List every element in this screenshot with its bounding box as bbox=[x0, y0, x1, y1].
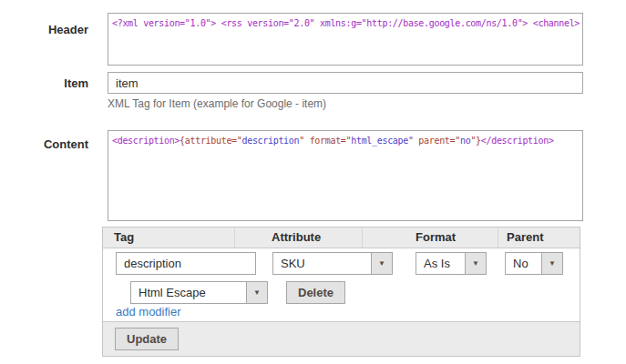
tag-input[interactable] bbox=[116, 252, 256, 275]
column-divider bbox=[234, 228, 235, 248]
update-button[interactable]: Update bbox=[115, 328, 179, 350]
header-code-input[interactable]: <?xml version="1.0"> <rss version="2.0" … bbox=[108, 13, 583, 66]
parent-select[interactable]: No ▼ bbox=[505, 252, 563, 275]
item-field-label: Item bbox=[0, 76, 88, 90]
item-input[interactable] bbox=[108, 72, 583, 94]
column-header-format: Format bbox=[416, 230, 456, 244]
header-field-label: Header bbox=[0, 23, 88, 36]
content-field-label: Content bbox=[0, 137, 88, 151]
delete-button[interactable]: Delete bbox=[286, 281, 345, 304]
column-header-attribute: Attribute bbox=[272, 230, 321, 244]
item-field-note: XML Tag for Item (example for Google - i… bbox=[108, 97, 326, 110]
parent-select-value: No bbox=[506, 253, 541, 274]
chevron-down-icon[interactable]: ▼ bbox=[541, 253, 562, 274]
chevron-down-icon[interactable]: ▼ bbox=[465, 253, 486, 274]
modifier-table-footer: Update bbox=[103, 321, 580, 356]
attribute-select[interactable]: SKU ▼ bbox=[272, 252, 393, 275]
column-divider bbox=[362, 228, 363, 248]
column-header-parent: Parent bbox=[507, 230, 543, 244]
attribute-select-value: SKU bbox=[273, 253, 371, 274]
feed-template-form: Header <?xml version="1.0"> <rss version… bbox=[0, 0, 626, 364]
column-header-tag: Tag bbox=[114, 230, 134, 244]
format-select[interactable]: As Is ▼ bbox=[416, 252, 487, 275]
chevron-down-icon[interactable]: ▼ bbox=[371, 253, 392, 274]
modifier-select-value: Html Escape bbox=[131, 282, 246, 303]
modifier-table-header-row: Tag Attribute Format Parent bbox=[103, 228, 580, 248]
modifier-table-row: SKU ▼ As Is ▼ No ▼ Html Escape ▼ Delete … bbox=[103, 248, 580, 321]
format-select-value: As Is bbox=[416, 253, 465, 274]
content-code-input[interactable]: <description>{attribute="description" fo… bbox=[108, 130, 583, 221]
add-modifier-link[interactable]: add modifier bbox=[116, 305, 181, 318]
column-divider bbox=[498, 228, 498, 248]
chevron-down-icon[interactable]: ▼ bbox=[246, 282, 267, 303]
modifier-table: Tag Attribute Format Parent SKU ▼ As Is … bbox=[102, 227, 580, 357]
modifier-select[interactable]: Html Escape ▼ bbox=[130, 281, 268, 304]
